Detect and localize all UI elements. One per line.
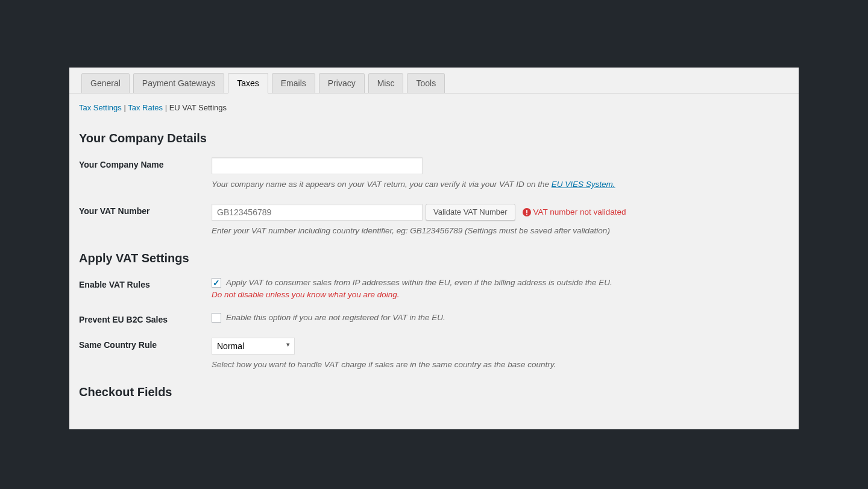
row-prevent-b2c: Prevent EU B2C Sales Enable this option …	[79, 312, 789, 324]
enable-vat-checkbox[interactable]	[212, 278, 221, 288]
tab-taxes[interactable]: Taxes	[228, 73, 268, 93]
tab-privacy[interactable]: Privacy	[319, 73, 365, 93]
svg-rect-2	[526, 214, 527, 215]
prevent-b2c-checkbox[interactable]	[212, 313, 221, 323]
row-enable-vat: Enable VAT Rules Apply VAT to consumer s…	[79, 277, 789, 299]
same-country-select[interactable]: Normal	[212, 338, 295, 355]
sub-nav: Tax Settings | Tax Rates | EU VAT Settin…	[69, 93, 799, 117]
settings-panel: General Payment Gateways Taxes Emails Pr…	[69, 68, 799, 429]
tab-emails[interactable]: Emails	[272, 73, 315, 93]
vat-status-badge: VAT number not validated	[523, 207, 626, 216]
label-enable-vat: Enable VAT Rules	[79, 277, 212, 289]
tab-misc[interactable]: Misc	[368, 73, 404, 93]
enable-vat-warning: Do not disable unless you know what you …	[212, 290, 789, 299]
label-vat-number: Your VAT Number	[79, 204, 212, 216]
label-same-country: Same Country Rule	[79, 338, 212, 350]
subnav-separator: |	[165, 103, 167, 112]
vat-number-help: Enter your VAT number including country …	[212, 226, 789, 237]
subnav-current: EU VAT Settings	[169, 103, 227, 112]
row-same-country: Same Country Rule Normal Select how you …	[79, 338, 789, 371]
row-vat-number: Your VAT Number Validate VAT Number VAT …	[79, 204, 789, 237]
subnav-separator: |	[124, 103, 125, 112]
validate-vat-button[interactable]: Validate VAT Number	[426, 204, 515, 221]
label-prevent-b2c: Prevent EU B2C Sales	[79, 312, 212, 324]
section-heading-checkout: Checkout Fields	[79, 385, 789, 399]
vat-number-input[interactable]	[212, 204, 423, 221]
eu-vies-link[interactable]: EU VIES System.	[552, 180, 615, 189]
subnav-tax-rates[interactable]: Tax Rates	[128, 103, 163, 112]
error-icon	[523, 208, 531, 216]
company-name-help-text: Your company name as it appears on your …	[212, 180, 552, 189]
subnav-tax-settings[interactable]: Tax Settings	[79, 103, 122, 112]
tab-general[interactable]: General	[81, 73, 130, 93]
section-heading-company: Your Company Details	[79, 131, 789, 145]
content-area: Your Company Details Your Company Name Y…	[69, 131, 799, 399]
vat-status-text: VAT number not validated	[533, 207, 626, 216]
enable-vat-desc: Apply VAT to consumer sales from IP addr…	[226, 277, 612, 289]
same-country-help: Select how you want to handle VAT charge…	[212, 359, 789, 371]
label-company-name: Your Company Name	[79, 157, 212, 169]
row-company-name: Your Company Name Your company name as i…	[79, 157, 789, 191]
company-name-help: Your company name as it appears on your …	[212, 179, 789, 191]
primary-tabs: General Payment Gateways Taxes Emails Pr…	[69, 68, 799, 93]
company-name-input[interactable]	[212, 157, 423, 174]
section-heading-apply: Apply VAT Settings	[79, 251, 789, 265]
tab-payment-gateways[interactable]: Payment Gateways	[133, 73, 224, 93]
svg-rect-1	[526, 210, 527, 213]
prevent-b2c-desc: Enable this option if you are not regist…	[226, 312, 445, 324]
tab-tools[interactable]: Tools	[407, 73, 445, 93]
